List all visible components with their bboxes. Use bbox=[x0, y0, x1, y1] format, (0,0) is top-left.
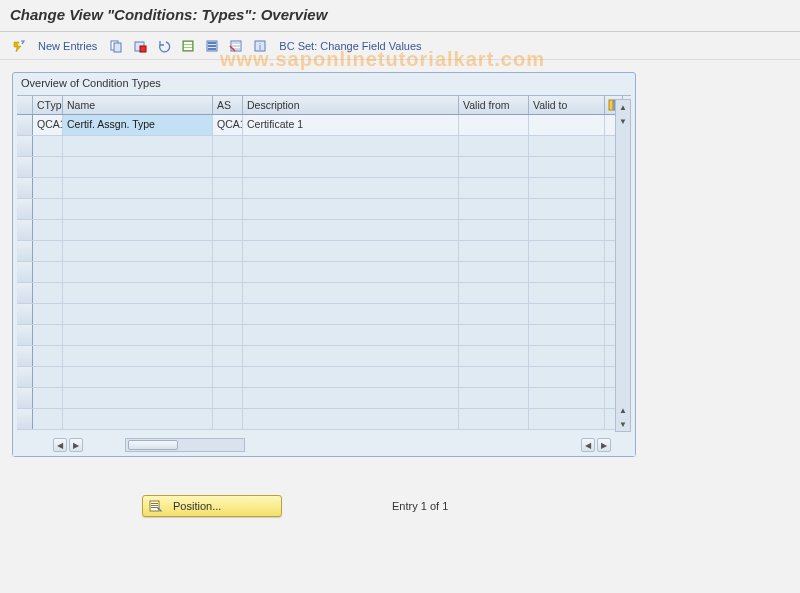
col-header-valid-to[interactable]: Valid to bbox=[529, 96, 605, 114]
svg-rect-1 bbox=[114, 43, 121, 52]
svg-rect-18 bbox=[609, 100, 613, 110]
scroll-right-small-icon[interactable]: ▶ bbox=[69, 438, 83, 452]
scroll-left-icon[interactable]: ◀ bbox=[53, 438, 67, 452]
configuration-help-icon[interactable]: i bbox=[251, 37, 269, 55]
overview-panel: Overview of Condition Types CTyp Name AS… bbox=[12, 72, 636, 457]
new-entries-link[interactable]: New Entries bbox=[38, 40, 97, 52]
page-title: Change View "Conditions: Types": Overvie… bbox=[10, 6, 790, 23]
cell-valid-from[interactable] bbox=[459, 115, 529, 135]
cell-valid-to[interactable] bbox=[529, 115, 605, 135]
scroll-up-icon[interactable]: ▲ bbox=[616, 100, 630, 114]
select-all-icon[interactable] bbox=[179, 37, 197, 55]
svg-text:i: i bbox=[259, 42, 261, 52]
table-row-empty[interactable] bbox=[17, 346, 631, 367]
panel-title: Overview of Condition Types bbox=[13, 73, 635, 95]
svg-rect-9 bbox=[208, 42, 216, 44]
select-block-icon[interactable] bbox=[203, 37, 221, 55]
table-row-empty[interactable] bbox=[17, 388, 631, 409]
svg-rect-7 bbox=[184, 48, 192, 50]
cell-ctyp[interactable]: QCA1 bbox=[33, 115, 63, 135]
hscroll-track[interactable] bbox=[125, 438, 245, 452]
svg-rect-5 bbox=[184, 42, 192, 44]
vertical-scrollbar[interactable]: ▲ ▼ ▲ ▼ bbox=[615, 99, 631, 432]
cell-name[interactable]: Certif. Assgn. Type bbox=[63, 115, 213, 135]
svg-rect-22 bbox=[151, 505, 158, 506]
svg-rect-11 bbox=[208, 48, 216, 50]
scroll-left-small-icon[interactable]: ◀ bbox=[581, 438, 595, 452]
svg-rect-23 bbox=[151, 507, 158, 508]
horizontal-scrollbar[interactable]: ◀ ▶ ◀ ▶ bbox=[13, 434, 635, 456]
table-row-empty[interactable] bbox=[17, 241, 631, 262]
table-body: QCA1 Certif. Assgn. Type QCA1 Certificat… bbox=[17, 115, 631, 430]
cell-as[interactable]: QCA1 bbox=[213, 115, 243, 135]
col-header-as[interactable]: AS bbox=[213, 96, 243, 114]
col-header-selector[interactable] bbox=[17, 96, 33, 114]
svg-rect-14 bbox=[232, 45, 240, 47]
table-row-empty[interactable] bbox=[17, 178, 631, 199]
table-row-empty[interactable] bbox=[17, 199, 631, 220]
delete-icon[interactable] bbox=[131, 37, 149, 55]
col-header-valid-from[interactable]: Valid from bbox=[459, 96, 529, 114]
scroll-down-small-icon[interactable]: ▼ bbox=[616, 114, 630, 128]
table-row-empty[interactable] bbox=[17, 136, 631, 157]
table-row-empty[interactable] bbox=[17, 367, 631, 388]
table-row[interactable]: QCA1 Certif. Assgn. Type QCA1 Certificat… bbox=[17, 115, 631, 136]
row-selector[interactable] bbox=[17, 115, 33, 135]
svg-rect-10 bbox=[208, 45, 216, 47]
table-row-empty[interactable] bbox=[17, 283, 631, 304]
table-row-empty[interactable] bbox=[17, 157, 631, 178]
bcset-link[interactable]: BC Set: Change Field Values bbox=[279, 40, 421, 52]
table-row-empty[interactable] bbox=[17, 220, 631, 241]
col-header-ctyp[interactable]: CTyp bbox=[33, 96, 63, 114]
scroll-up-small-icon[interactable]: ▲ bbox=[616, 403, 630, 417]
table-row-empty[interactable] bbox=[17, 325, 631, 346]
table-row-empty[interactable] bbox=[17, 409, 631, 430]
position-icon bbox=[149, 499, 163, 513]
condition-types-table: CTyp Name AS Description Valid from Vali… bbox=[17, 95, 631, 430]
deselect-all-icon[interactable] bbox=[227, 37, 245, 55]
scroll-right-icon[interactable]: ▶ bbox=[597, 438, 611, 452]
other-view-icon[interactable] bbox=[10, 37, 28, 55]
col-header-name[interactable]: Name bbox=[63, 96, 213, 114]
title-bar: Change View "Conditions: Types": Overvie… bbox=[0, 0, 800, 32]
undo-change-icon[interactable] bbox=[155, 37, 173, 55]
footer-row: Position... Entry 1 of 1 bbox=[12, 495, 788, 517]
svg-rect-3 bbox=[140, 46, 146, 52]
scroll-down-icon[interactable]: ▼ bbox=[616, 417, 630, 431]
position-button[interactable]: Position... bbox=[142, 495, 282, 517]
svg-rect-21 bbox=[151, 503, 158, 504]
application-toolbar: New Entries i BC Set: Change Field Value… bbox=[0, 32, 800, 60]
cell-description[interactable]: Certificate 1 bbox=[243, 115, 459, 135]
svg-rect-6 bbox=[184, 45, 192, 47]
svg-rect-13 bbox=[232, 42, 240, 44]
position-button-label: Position... bbox=[173, 500, 221, 512]
table-row-empty[interactable] bbox=[17, 304, 631, 325]
entry-count-text: Entry 1 of 1 bbox=[392, 500, 448, 512]
col-header-description[interactable]: Description bbox=[243, 96, 459, 114]
table-row-empty[interactable] bbox=[17, 262, 631, 283]
hscroll-thumb[interactable] bbox=[128, 440, 178, 450]
table-header-row: CTyp Name AS Description Valid from Vali… bbox=[17, 95, 631, 115]
content-area: Overview of Condition Types CTyp Name AS… bbox=[0, 60, 800, 529]
copy-as-icon[interactable] bbox=[107, 37, 125, 55]
